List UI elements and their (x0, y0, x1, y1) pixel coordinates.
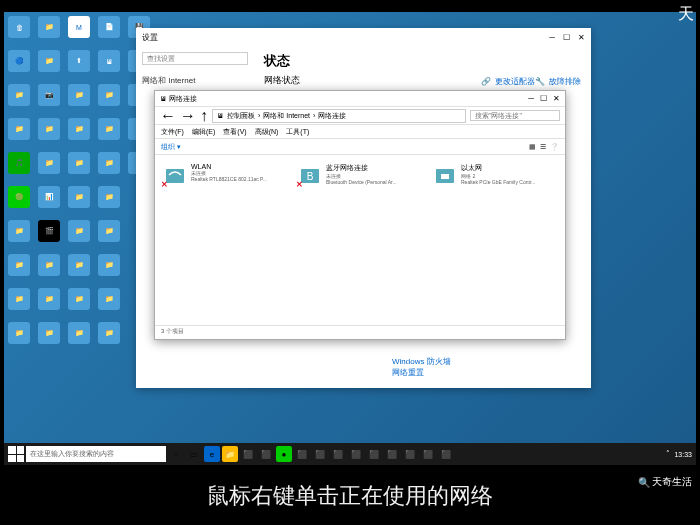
link-firewall[interactable]: Windows 防火墙 (392, 356, 451, 367)
menu-tools[interactable]: 工具(T) (286, 127, 309, 137)
desktop-icon[interactable]: 📁 (38, 50, 60, 72)
start-button[interactable] (8, 446, 24, 462)
system-tray[interactable]: ˄ 13:33 (666, 450, 692, 458)
desktop-icon[interactable]: 📁 (98, 186, 120, 208)
organize-button[interactable]: 组织 ▾ (161, 142, 181, 152)
adapter-name: 以太网 (461, 163, 548, 173)
desktop-icon[interactable]: 📁 (8, 84, 30, 106)
desktop-icon[interactable]: 📊 (38, 186, 60, 208)
taskbar-app[interactable]: ⬛ (330, 446, 346, 462)
desktop-icon[interactable]: 📁 (98, 152, 120, 174)
desktop-icon[interactable]: 📁 (98, 220, 120, 242)
desktop-icon[interactable]: 🔵 (8, 50, 30, 72)
minimize-icon[interactable]: ─ (549, 33, 555, 42)
desktop-icon[interactable]: 📁 (38, 16, 60, 38)
taskbar-search-input[interactable]: 在这里输入你要搜索的内容 (26, 446, 166, 462)
view-icons-icon[interactable]: ▦ (529, 143, 536, 151)
explorer-title: 网络连接 (169, 95, 197, 102)
desktop-icon[interactable]: 📁 (68, 220, 90, 242)
desktop-icon[interactable]: 📁 (68, 254, 90, 276)
desktop-icon[interactable]: 📁 (68, 288, 90, 310)
desktop-icon[interactable]: ⬆ (68, 50, 90, 72)
taskbar-app[interactable]: ⬛ (438, 446, 454, 462)
taskbar-app[interactable]: ⬛ (402, 446, 418, 462)
menu-advanced[interactable]: 高级(N) (255, 127, 279, 137)
desktop-icon[interactable]: 📁 (8, 254, 30, 276)
settings-link-troubleshoot[interactable]: 🔧故障排除 (535, 76, 581, 87)
desktop-icon[interactable]: 📁 (68, 118, 90, 140)
nav-back-icon[interactable]: ← (160, 107, 176, 125)
menu-file[interactable]: 文件(F) (161, 127, 184, 137)
desktop-icon[interactable]: 📁 (98, 84, 120, 106)
edge-icon[interactable]: e (204, 446, 220, 462)
desktop-icon[interactable]: 📁 (68, 322, 90, 344)
taskbar-app[interactable]: ⬛ (384, 446, 400, 462)
breadcrumb[interactable]: 🖥 控制面板› 网络和 Internet› 网络连接 (212, 109, 466, 123)
menu-view[interactable]: 查看(V) (223, 127, 246, 137)
clock[interactable]: 13:33 (674, 451, 692, 458)
taskbar-app[interactable]: ⬛ (366, 446, 382, 462)
settings-link-adapter[interactable]: 🔗更改适配器 (481, 76, 535, 87)
disabled-badge-icon: ✕ (161, 180, 168, 189)
desktop-icon[interactable]: 📁 (68, 186, 90, 208)
taskview-icon[interactable]: ▭ (186, 446, 202, 462)
desktop-icon[interactable]: 🗑 (8, 16, 30, 38)
cortana-icon[interactable]: ○ (168, 446, 184, 462)
settings-category[interactable]: 网络和 Internet (142, 75, 248, 86)
desktop-icon[interactable]: 📁 (8, 220, 30, 242)
desktop-icon[interactable]: 📁 (38, 288, 60, 310)
settings-titlebar[interactable]: 设置 ─ ☐ ✕ (136, 28, 591, 46)
desktop-icon[interactable]: 📁 (68, 152, 90, 174)
link-network-reset[interactable]: 网络重置 (392, 367, 451, 378)
adapter-ethernet[interactable]: 以太网 网络 2 Realtek PCIe GbE Family Contr..… (433, 163, 548, 317)
maximize-icon[interactable]: ☐ (563, 33, 570, 42)
desktop-icon[interactable]: 📁 (68, 84, 90, 106)
adapter-bluetooth[interactable]: B ✕ 蓝牙网络连接 未连接 Bluetooth Device (Persona… (298, 163, 413, 317)
close-icon[interactable]: ✕ (553, 94, 560, 103)
desktop-icon[interactable]: 📁 (38, 152, 60, 174)
desktop-icon[interactable]: 📁 (98, 254, 120, 276)
wifi-icon: ✕ (163, 163, 187, 187)
desktop-icon[interactable]: 📁 (98, 288, 120, 310)
explorer-icon[interactable]: 📁 (222, 446, 238, 462)
taskbar-app[interactable]: ⬛ (348, 446, 364, 462)
desktop-icon[interactable]: 🟢 (8, 186, 30, 208)
taskbar-app[interactable]: ⬛ (258, 446, 274, 462)
view-details-icon[interactable]: ☰ (540, 143, 546, 151)
desktop-icon[interactable]: 📁 (8, 288, 30, 310)
adapter-wlan[interactable]: ✕ WLAN 未连接 Realtek RTL8821CE 802.11ac P.… (163, 163, 278, 317)
desktop-icon[interactable]: 🎵 (8, 152, 30, 174)
taskbar-app[interactable]: ⬛ (312, 446, 328, 462)
nav-forward-icon[interactable]: → (180, 107, 196, 125)
desktop-icon[interactable]: 🎬 (38, 220, 60, 242)
disabled-badge-icon: ✕ (296, 180, 303, 189)
taskbar-app[interactable]: ⬛ (294, 446, 310, 462)
taskbar-app[interactable]: ⬛ (420, 446, 436, 462)
nav-up-icon[interactable]: ↑ (200, 107, 208, 125)
desktop-icon[interactable]: 📄 (98, 16, 120, 38)
maximize-icon[interactable]: ☐ (540, 94, 547, 103)
desktop-icon[interactable]: 📁 (98, 322, 120, 344)
network-icon: 🖥 (160, 95, 167, 102)
desktop-icon[interactable]: 📁 (38, 322, 60, 344)
desktop-icon[interactable]: 📁 (38, 254, 60, 276)
desktop-icon[interactable]: 🖥 (98, 50, 120, 72)
desktop-icon[interactable]: 📁 (8, 322, 30, 344)
help-icon[interactable]: ❔ (550, 143, 559, 151)
explorer-titlebar[interactable]: 🖥 网络连接 ─ ☐ ✕ (155, 91, 565, 107)
adapter-desc: Bluetooth Device (Personal Ar... (326, 179, 413, 185)
adapter-desc: Realtek PCIe GbE Family Contr... (461, 179, 548, 185)
explorer-search-input[interactable] (470, 110, 560, 121)
wechat-icon[interactable]: ● (276, 446, 292, 462)
desktop-icon[interactable]: 📷 (38, 84, 60, 106)
settings-search-input[interactable] (142, 52, 248, 65)
tray-chevron-icon[interactable]: ˄ (666, 450, 670, 458)
desktop-icon[interactable]: 📁 (38, 118, 60, 140)
desktop-icon[interactable]: M (68, 16, 90, 38)
taskbar-app[interactable]: ⬛ (240, 446, 256, 462)
close-icon[interactable]: ✕ (578, 33, 585, 42)
menu-edit[interactable]: 编辑(E) (192, 127, 215, 137)
minimize-icon[interactable]: ─ (528, 94, 534, 103)
desktop-icon[interactable]: 📁 (98, 118, 120, 140)
desktop-icon[interactable]: 📁 (8, 118, 30, 140)
